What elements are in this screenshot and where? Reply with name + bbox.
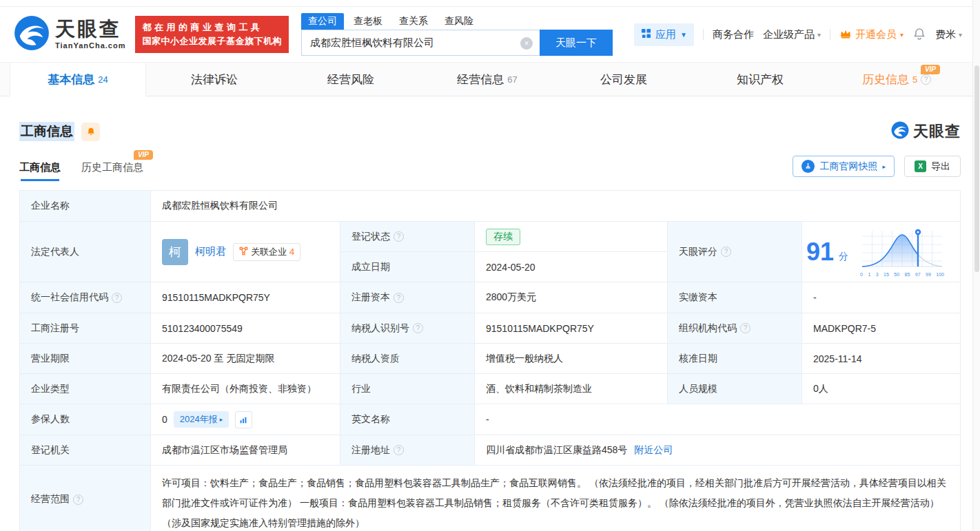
label-company-type: 企业类型 [20,374,151,404]
logo-domain-text: TianYanCha.com [55,41,125,50]
help-icon[interactable]: ? [413,323,423,333]
related-companies-badge[interactable]: 关联企业 4 [233,243,300,261]
label-english-name: 英文名称 [340,404,475,435]
notification-bell-icon[interactable] [912,27,926,43]
label-business-term: 营业期限 [20,344,151,374]
value-registered-address: 四川省成都市温江区康益路458号 附近公司 [475,435,961,466]
search-tab-company[interactable]: 查公司 [301,13,344,30]
tab-operation-info[interactable]: 经营信息67 [419,63,555,96]
label-org-code: 组织机构代码? [668,313,802,344]
value-registration-number: 510123400075549 [151,313,340,344]
nav-open-vip[interactable]: 开通会员 ▾ [839,28,904,41]
tianyancha-logo[interactable]: 天眼查 TianYanCha.com [14,15,125,54]
help-icon[interactable]: ? [921,74,931,85]
divider [703,29,704,40]
stamp-icon [802,160,815,173]
page-scrollbar[interactable] [972,0,980,531]
chevron-right-icon: ▸ [220,416,223,423]
label-registration-status: 登记状态? [340,222,475,252]
value-insured-count: 0 2024年报 ▸ [151,404,340,435]
chevron-down-icon: ▾ [817,31,821,39]
label-taxpayer-id: 纳税人识别号? [340,313,475,344]
tab-operation-risk[interactable]: 经营风险 [283,63,419,96]
official-snapshot-button[interactable]: 工商官网快照 ▸ [793,156,895,177]
promo-banner: 都在用的商业查询工具 国家中小企业发展子基金旗下机构 [135,16,289,53]
value-industry: 酒、饮料和精制茶制造业 [475,374,668,404]
subscribe-bell-icon[interactable] [81,123,100,141]
value-credit-code: 91510115MADKPQR75Y [151,282,340,313]
help-icon[interactable]: ? [394,231,404,242]
value-staff-size: 0人 [802,374,961,404]
value-english-name: - [475,404,961,435]
header-nav: 应用 ▼ 商务合作 企业级产品 ▾ 开通会员 ▾ 费米 ▾ [634,23,962,46]
tab-company-development[interactable]: 公司发展 [555,63,692,96]
logo-brand-text: 天眼查 [55,19,125,39]
legal-rep-avatar[interactable]: 柯 [162,239,188,265]
banner-line2: 国家中小企业发展子基金旗下机构 [142,34,282,48]
help-icon[interactable]: ? [740,323,751,333]
help-icon[interactable]: ? [394,445,404,455]
score-unit: 分 [839,251,848,263]
username: 费米 [935,28,956,41]
insured-trend-icon[interactable] [235,411,252,428]
search-submit-button[interactable]: 天眼一下 [540,30,613,56]
help-icon[interactable]: ? [73,494,83,505]
value-legal-representative: 柯 柯明君 关联企业 4 [151,222,340,282]
nav-biz-cooperation[interactable]: 商务合作 [713,28,754,41]
chevron-down-icon: ▼ [680,31,687,39]
label-approval-date: 核准日期 [668,344,802,374]
search-box: 查公司 查老板 查关系 查风险 × 天眼一下 [301,13,613,56]
chevron-right-icon: ▸ [882,163,886,170]
value-taxpayer-id: 91510115MADKPQR75Y [475,313,668,344]
label-tyc-score: 天眼评分? [668,222,802,282]
value-approval-date: 2025-11-14 [802,344,961,374]
tab-history-info[interactable]: VIP 历史信息5 ? [828,63,965,96]
label-taxpayer-quality: 纳税人资质 [340,344,475,374]
value-business-scope: 许可项目：饮料生产；食品生产；食品销售；食品用塑料包装容器工具制品生产；食品互联… [151,466,961,531]
value-registered-capital: 2800万美元 [475,282,668,313]
value-company-name: 成都宏胜恒枫饮料有限公司 [151,191,961,222]
value-paid-capital: - [802,282,961,313]
subtab-business-info[interactable]: 工商信息 [19,161,61,181]
export-button[interactable]: X 导出 [904,156,961,177]
status-badge: 存续 [486,229,520,245]
top-divider [0,0,980,7]
section-subtabs: 工商信息 VIP 历史工商信息 工商官网快照 ▸ X 导出 [19,156,961,181]
nearby-companies-link[interactable]: 附近公司 [634,444,673,457]
search-input[interactable] [302,30,540,55]
nav-enterprise-products[interactable]: 企业级产品 ▾ [763,28,821,41]
vip-badge: VIP [921,65,940,74]
section-title: 工商信息 [19,122,74,141]
tab-intellectual-property[interactable]: 知识产权 [692,63,828,96]
excel-icon: X [915,160,926,172]
nav-user-menu[interactable]: 费米 ▾ [935,28,962,41]
search-tab-risk[interactable]: 查风险 [438,13,480,30]
scrollbar-thumb[interactable] [974,65,979,272]
score-axis: 0131550859799100 [860,272,944,277]
company-tab-bar: 基本信息24 法律诉讼 经营风险 经营信息67 公司发展 知识产权 VIP 历史… [0,62,980,96]
label-registration-number: 工商注册号 [20,313,151,344]
network-icon [239,247,248,258]
help-icon[interactable]: ? [721,247,731,257]
apps-menu[interactable]: 应用 ▼ [634,23,694,46]
tab-legal-litigation[interactable]: 法律诉讼 [146,63,283,96]
value-registration-status: 存续 [475,222,668,252]
search-tab-boss[interactable]: 查老板 [347,13,389,30]
tab-basic-info[interactable]: 基本信息24 [10,63,146,96]
clear-search-icon[interactable]: × [520,37,533,50]
help-icon[interactable]: ? [394,293,404,303]
value-taxpayer-quality: 增值税一般纳税人 [475,344,668,374]
subtab-history-business-info[interactable]: VIP 历史工商信息 [81,161,143,181]
label-credit-code: 统一社会信用代码? [20,282,151,313]
label-registration-authority: 登记机关 [20,435,151,466]
help-icon[interactable]: ? [112,293,122,303]
value-registration-authority: 成都市温江区市场监督管理局 [151,435,340,466]
legal-rep-name-link[interactable]: 柯明君 [195,245,226,258]
value-business-term: 2024-05-20 至 无固定期限 [151,344,340,374]
annual-report-badge[interactable]: 2024年报 ▸ [174,411,229,428]
value-company-type: 有限责任公司（外商投资、非独资） [151,374,340,404]
label-staff-size: 人员规模 [668,374,802,404]
search-tab-relation[interactable]: 查关系 [392,13,435,30]
tianyancha-swirl-icon [891,121,909,142]
divider [830,29,830,40]
